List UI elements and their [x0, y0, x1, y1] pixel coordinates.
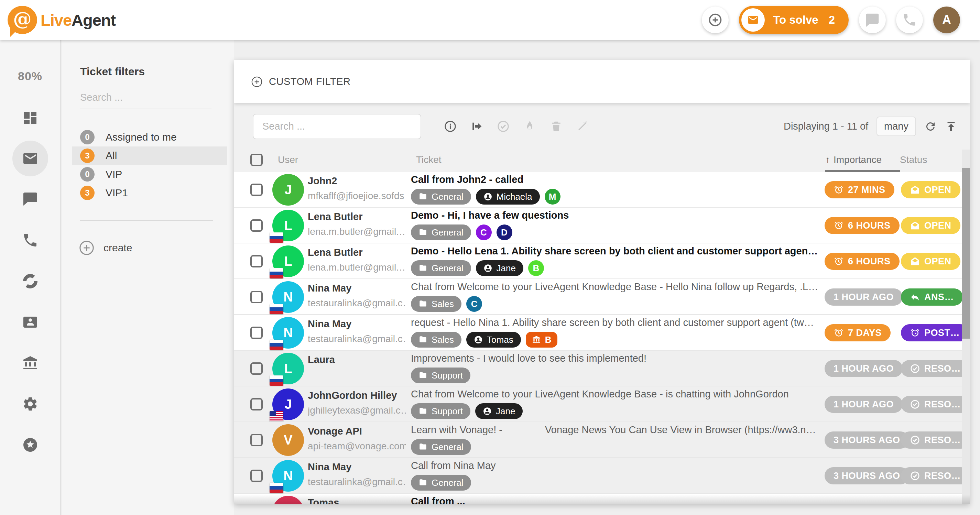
scrollbar-thumb[interactable] — [962, 168, 970, 339]
ticket-row[interactable]: LLena Butlerlena.m.butler@gmail.…Demo - … — [234, 208, 970, 243]
importance-badge: 3 HOURS AGO — [824, 431, 909, 449]
user-avatar: T — [272, 496, 304, 504]
user-email: testauralinka@gmail.c… — [308, 298, 406, 309]
dashboard-icon — [22, 110, 38, 126]
to-solve-button[interactable]: To solve 2 — [739, 6, 849, 34]
row-checkbox[interactable] — [250, 470, 263, 482]
toolbar-flame-icon[interactable] — [523, 120, 536, 133]
envelope-icon — [741, 8, 765, 32]
paging-total-selector[interactable]: many — [877, 116, 916, 136]
department-tag: Support — [411, 403, 470, 419]
check-o-icon — [910, 470, 920, 481]
department-tag: Sales — [411, 296, 461, 312]
agent-tag: Michaela — [476, 189, 540, 205]
star-icon — [22, 437, 38, 453]
column-importance-sort[interactable]: ↑ Importance — [825, 154, 881, 165]
user-email: mfkaflf@jfioejioe.sofds — [308, 191, 404, 202]
rail-item-calls[interactable] — [10, 220, 51, 261]
filter-count-badge: 0 — [80, 167, 95, 181]
mail-open-icon — [910, 256, 920, 267]
filter-item-vip1[interactable]: 3VIP1 — [72, 184, 227, 202]
letter-tag: C — [476, 224, 492, 240]
ticket-row[interactable]: VVonage APIapi-team@vonage.comLearn with… — [234, 422, 970, 458]
rail-item-dashboard[interactable] — [10, 97, 51, 138]
rail-item-reports[interactable] — [10, 261, 51, 302]
ticket-row[interactable]: LLena Butlerlena.m.butler@gmail.…Demo - … — [234, 243, 970, 279]
chats-button[interactable] — [859, 6, 886, 33]
rail-item-contacts[interactable] — [10, 302, 51, 342]
ticket-cell: Improvements - I would love to see this … — [411, 353, 818, 383]
filter-item-assigned-to-me[interactable]: 0Assigned to me — [72, 128, 227, 146]
ticket-cell: Learn with Vonage! -Vonage News You Can … — [411, 424, 818, 455]
filter-item-all[interactable]: 3All — [72, 146, 227, 165]
toolbar-trash-icon[interactable] — [550, 120, 563, 133]
filters-search-input[interactable] — [80, 92, 212, 109]
filter-label: All — [105, 150, 117, 162]
plus-circle-icon — [708, 13, 723, 27]
bank-icon — [22, 355, 38, 371]
folder-icon — [418, 478, 427, 487]
user-email: jghilleytexas@gmail.c… — [308, 405, 406, 416]
ticket-row[interactable]: JJohnGordon Hilleyjghilleytexas@gmail.c…… — [234, 386, 970, 422]
ticket-cell: Call from ... — [411, 496, 818, 504]
custom-filter-button[interactable]: CUSTOM FILTER — [234, 60, 970, 103]
select-all-checkbox[interactable] — [250, 154, 263, 166]
create-filter-button[interactable]: create — [79, 240, 234, 256]
status-badge: RESO… — [901, 431, 970, 449]
rail-item-settings[interactable] — [10, 383, 51, 424]
folder-icon — [418, 192, 427, 201]
ticket-row[interactable]: NNina Maytestauralinka@gmail.c…Chat from… — [234, 279, 970, 315]
sk-flag-icon — [270, 340, 283, 350]
us-flag-icon — [270, 411, 283, 421]
liveagent-logo[interactable]: @ LiveAgent — [8, 6, 116, 34]
row-checkbox[interactable] — [250, 291, 263, 303]
importance-cell: 7 DAYS — [824, 324, 891, 342]
mail-open-icon — [910, 220, 920, 230]
user-avatar: L — [272, 353, 304, 385]
sk-flag-icon — [270, 268, 283, 278]
ticket-row[interactable]: LLauraImprovements - I would love to see… — [234, 351, 970, 386]
logo-bubble-icon: @ — [8, 6, 37, 34]
toolbar-wand-icon[interactable] — [576, 120, 589, 133]
row-checkbox[interactable] — [250, 184, 263, 196]
importance-badge: 6 HOURS — [824, 217, 899, 234]
refresh-icon[interactable] — [924, 120, 937, 133]
row-checkbox[interactable] — [250, 362, 263, 375]
ticket-cell: Chat from Welcome to your LiveAgent Know… — [411, 388, 818, 419]
importance-badge: 7 DAYS — [824, 324, 891, 342]
ticket-row[interactable]: TTomasCall from ... — [234, 494, 970, 504]
ticket-row[interactable]: NNina Maytestauralinka@gmail.c…request -… — [234, 315, 970, 351]
user-avatar: L — [272, 210, 304, 242]
plus-circle-icon — [251, 76, 263, 87]
importance-badge: 27 MINS — [824, 181, 894, 199]
rail-item-tickets[interactable] — [13, 141, 48, 176]
ticket-row[interactable]: JJohn2mfkaflf@jfioejioe.sofdsCall from J… — [234, 172, 970, 208]
scrollbar-track[interactable] — [962, 149, 970, 504]
filter-item-vip[interactable]: 0VIP — [72, 165, 227, 184]
toolbar-info-icon[interactable] — [444, 120, 457, 133]
rail-item-chats[interactable] — [10, 179, 51, 220]
ticket-search-input[interactable] — [253, 114, 421, 139]
status-badge: POST… — [901, 324, 969, 342]
add-button[interactable] — [702, 6, 729, 33]
row-checkbox[interactable] — [250, 434, 263, 446]
rail-item-addons[interactable] — [10, 424, 51, 465]
calls-button[interactable] — [896, 6, 923, 33]
row-checkbox[interactable] — [250, 255, 263, 267]
user-avatar[interactable]: A — [933, 6, 960, 33]
check-o-icon — [910, 363, 920, 374]
alarm-icon — [834, 220, 844, 230]
user-name: Lena Butler — [308, 247, 363, 258]
appbar-actions: To solve 2 A — [702, 6, 960, 34]
column-status[interactable]: Status — [900, 154, 927, 165]
toolbar-check-circle-icon[interactable] — [497, 120, 510, 133]
ticket-title: Chat from Welcome to your LiveAgent Know… — [411, 388, 789, 399]
row-checkbox[interactable] — [250, 219, 263, 232]
ticket-row[interactable]: NNina Maytestauralinka@gmail.c…Call from… — [234, 458, 970, 494]
toolbar-forward-icon[interactable] — [470, 120, 483, 133]
export-icon[interactable] — [945, 120, 957, 133]
rail-item-companies[interactable] — [10, 342, 51, 383]
row-checkbox[interactable] — [250, 398, 263, 410]
letter-tag: D — [496, 224, 512, 240]
row-checkbox[interactable] — [250, 327, 263, 339]
